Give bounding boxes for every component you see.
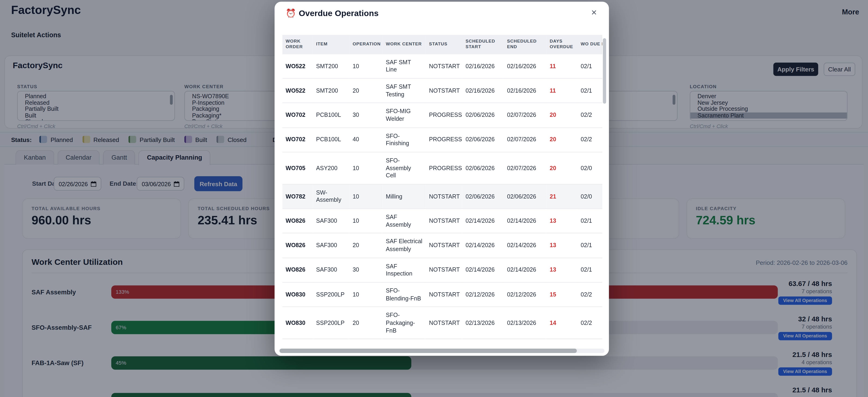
close-icon[interactable]: × (591, 7, 597, 19)
table-row[interactable]: WO830SSP200LP10SFO-Blending-FnBNOTSTART0… (282, 282, 602, 307)
horizontal-scrollbar-track[interactable] (279, 348, 604, 353)
table-row[interactable]: WO705ASY20010SFO-Assembly CellPROGRESS02… (282, 152, 602, 184)
overdue-operations-modal: ⏰Overdue Operations × WORK ORDER ITEM OP… (275, 2, 609, 356)
overdue-table: WORK ORDER ITEM OPERATION WORK CENTER ST… (282, 35, 602, 339)
table-row[interactable]: WO826SAF30020SAF Electrical AssemblyNOTS… (282, 233, 602, 258)
modal-title: ⏰Overdue Operations (286, 8, 379, 19)
table-row[interactable]: WO522SMT20010SAF SMT LineNOTSTART02/16/2… (282, 54, 602, 79)
overdue-table-wrap[interactable]: WORK ORDER ITEM OPERATION WORK CENTER ST… (282, 35, 602, 345)
vertical-scrollbar[interactable] (603, 38, 606, 104)
table-row[interactable]: WO826SAF30030SAF InspectionNOTSTART02/14… (282, 258, 602, 282)
table-row[interactable]: WO702PCB100L40SFO-FinishingPROGRESS02/06… (282, 127, 602, 152)
horizontal-scrollbar-thumb[interactable] (280, 348, 577, 353)
table-row[interactable]: WO782SW-Assembly10MillingNOTSTART02/06/2… (282, 184, 602, 208)
table-row[interactable]: WO830SSP200LP20SFO-Packaging-FnBNOTSTART… (282, 307, 602, 339)
table-row[interactable]: WO826SAF30010SAF AssemblyNOTSTART02/14/2… (282, 209, 602, 233)
page: FactorySync More Suitelet Actions Factor… (0, 0, 868, 397)
table-row[interactable]: WO702PCB100L30SFO-MIG WelderPROGRESS02/0… (282, 103, 602, 127)
alarm-clock-icon: ⏰ (286, 8, 296, 18)
table-header-row: WORK ORDER ITEM OPERATION WORK CENTER ST… (282, 35, 602, 54)
table-row[interactable]: WO522SMT20020SAF SMT TestingNOTSTART02/1… (282, 79, 602, 103)
